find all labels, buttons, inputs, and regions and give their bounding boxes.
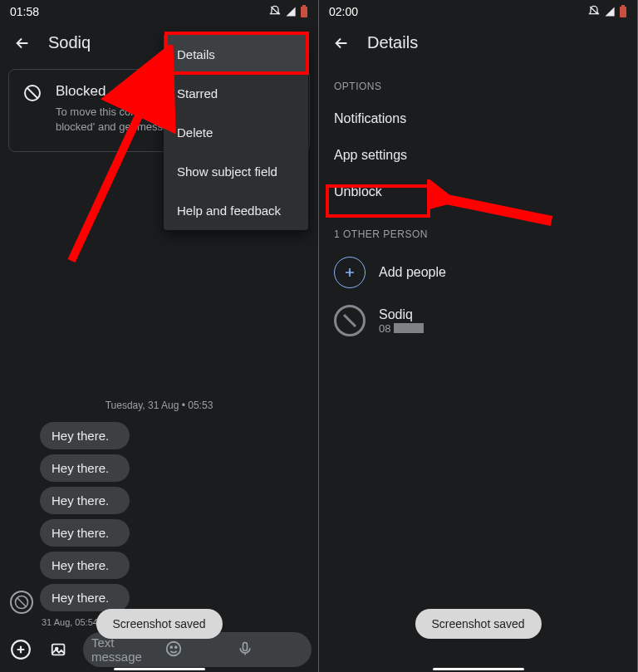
menu-help[interactable]: Help and feedback (164, 191, 308, 230)
other-person-header: 1 OTHER PERSON (319, 210, 637, 248)
page-title: Details (367, 33, 418, 52)
message-bubble[interactable]: Hey there. (40, 584, 130, 611)
toast: Screenshot saved (96, 609, 222, 639)
message-bubble[interactable]: Hey there. (40, 422, 130, 449)
menu-details[interactable]: Details (164, 35, 308, 74)
svg-rect-1 (301, 7, 307, 17)
svg-point-9 (166, 641, 180, 655)
menu-delete[interactable]: Delete (164, 113, 308, 152)
add-button[interactable] (7, 635, 35, 664)
gesture-bar (114, 668, 205, 670)
person-number: 08 (379, 322, 424, 335)
option-notifications[interactable]: Notifications (319, 101, 637, 137)
svg-rect-13 (620, 7, 626, 17)
message-list: Tuesday, 31 Aug • 05:53 Hey there. Hey t… (0, 395, 318, 627)
add-people-row[interactable]: Add people (319, 248, 637, 297)
gallery-icon[interactable] (45, 635, 73, 664)
message-bubble[interactable]: Hey there. (40, 519, 130, 547)
blocked-icon (22, 83, 42, 135)
signal-icon: x (285, 6, 297, 17)
svg-point-10 (170, 646, 172, 648)
overflow-menu: Details Starred Delete Show subject fiel… (164, 35, 308, 230)
app-bar: Details (319, 23, 637, 62)
person-row[interactable]: Sodiq 08 (319, 297, 637, 345)
mic-icon[interactable] (237, 640, 303, 660)
gesture-bar (433, 668, 524, 670)
svg-rect-2 (302, 5, 306, 7)
message-bubble[interactable]: Hey there. (40, 552, 130, 579)
options-header: OPTIONS (319, 62, 637, 101)
signal-icon (604, 6, 616, 17)
status-bar: 02:00 (319, 0, 637, 23)
menu-starred[interactable]: Starred (164, 74, 308, 113)
toast: Screenshot saved (415, 609, 541, 639)
option-app-settings[interactable]: App settings (319, 137, 637, 174)
redacted-number (394, 323, 424, 333)
menu-show-subject[interactable]: Show subject field (164, 152, 308, 191)
message-bubble[interactable]: Hey there. (40, 454, 130, 482)
svg-text:x: x (288, 7, 291, 12)
status-icons: x (268, 5, 308, 18)
message-bubble[interactable]: Hey there. (40, 487, 130, 514)
person-name: Sodiq (379, 307, 424, 322)
clock: 01:58 (10, 5, 39, 18)
svg-rect-12 (243, 642, 248, 650)
status-bar: 01:58 x (0, 0, 318, 23)
person-blocked-icon (334, 305, 366, 336)
svg-rect-14 (621, 5, 625, 7)
back-icon[interactable] (332, 34, 351, 52)
add-people-icon (334, 257, 366, 288)
date-stamp: Tuesday, 31 Aug • 05:53 (8, 400, 310, 411)
battery-icon (300, 5, 308, 18)
placeholder-text: Text message (91, 635, 158, 664)
status-icons (587, 5, 627, 18)
back-icon[interactable] (13, 34, 32, 52)
svg-point-11 (175, 646, 177, 648)
phone-left: 01:58 x Sodiq Blocked To move this conve… (0, 0, 319, 672)
chat-title: Sodiq (48, 33, 91, 52)
do-not-disturb-icon (587, 5, 601, 18)
option-unblock[interactable]: Unblock (319, 174, 637, 210)
sender-avatar-icon (10, 591, 33, 614)
phone-right: 02:00 Details OPTIONS Notifications App … (319, 0, 638, 672)
add-people-label: Add people (379, 265, 446, 280)
clock: 02:00 (329, 5, 358, 18)
emoji-icon[interactable] (164, 640, 231, 660)
battery-icon (619, 5, 627, 18)
do-not-disturb-icon (268, 5, 282, 18)
